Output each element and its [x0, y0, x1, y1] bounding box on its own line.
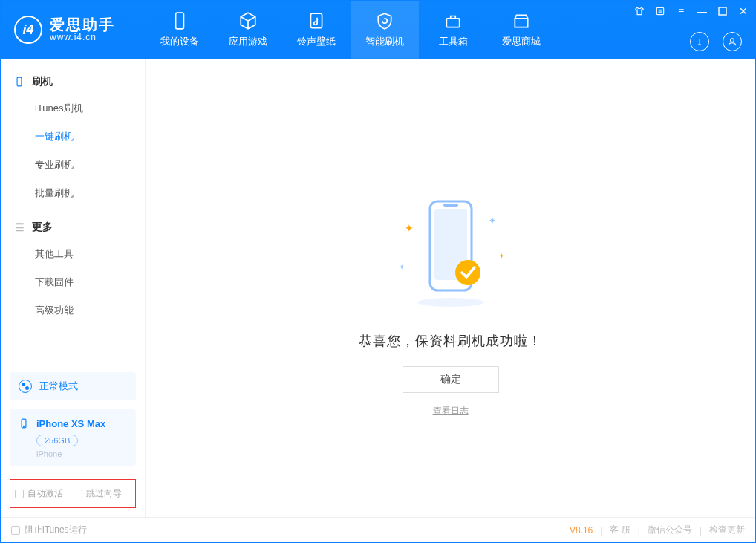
check-update-link[interactable]: 检查更新 — [709, 524, 745, 536]
nav-label: 应用游戏 — [229, 35, 267, 48]
view-log-link[interactable]: 查看日志 — [433, 405, 469, 417]
sidebar-group-more[interactable]: ☰ 更多 — [1, 215, 145, 240]
nav-flash[interactable]: 智能刷机 — [351, 1, 419, 59]
device-mode-status[interactable]: 正常模式 — [10, 372, 136, 400]
svg-rect-1 — [310, 13, 322, 28]
svg-point-13 — [455, 260, 480, 285]
checkbox-label: 阻止iTunes运行 — [25, 524, 87, 536]
svg-rect-2 — [446, 19, 459, 27]
svg-point-8 — [23, 426, 24, 427]
app-site: www.i4.cn — [50, 33, 115, 42]
svg-rect-12 — [443, 204, 458, 207]
list-icon[interactable] — [654, 5, 666, 17]
sidebar-group-title: 更多 — [32, 221, 53, 234]
success-message: 恭喜您，保资料刷机成功啦！ — [359, 332, 542, 350]
phone-icon — [14, 77, 25, 87]
list-icon: ☰ — [14, 222, 25, 233]
nav-label: 智能刷机 — [365, 35, 404, 48]
app-logo[interactable]: i4 爱思助手 www.i4.cn — [1, 1, 146, 59]
svg-point-5 — [731, 39, 734, 42]
support-link[interactable]: 客 服 — [610, 524, 630, 536]
cube-icon — [238, 11, 258, 30]
sidebar-group-title: 刷机 — [32, 75, 53, 88]
main-content: ✦ ✦ ✦ ✦ 恭喜您，保资料刷机成功啦！ 确定 查看日志 — [146, 59, 755, 517]
logo-icon: i4 — [14, 16, 42, 44]
svg-point-9 — [417, 298, 484, 307]
checkbox-auto-activate[interactable]: 自动激活 — [15, 487, 63, 500]
wechat-link[interactable]: 微信公众号 — [648, 524, 692, 536]
refresh-shield-icon — [375, 11, 394, 30]
nav-label: 爱思商城 — [502, 35, 541, 48]
window-controls: ≡ — ✕ — [633, 5, 749, 17]
device-name: iPhone XS Max — [36, 418, 105, 429]
sidebar-item-itunes-flash[interactable]: iTunes刷机 — [1, 94, 145, 123]
close-icon[interactable]: ✕ — [737, 5, 749, 17]
checkbox-skip-guide[interactable]: 跳过向导 — [74, 487, 122, 500]
top-nav: 我的设备 应用游戏 铃声壁纸 智能刷机 工具箱 爱思商城 — [146, 1, 555, 59]
nav-ringtones[interactable]: 铃声壁纸 — [282, 1, 351, 59]
highlighted-options: 自动激活 跳过向导 — [10, 479, 136, 508]
app-name: 爱思助手 — [50, 16, 115, 33]
mode-icon — [19, 380, 32, 393]
phone-icon — [19, 417, 29, 430]
nav-label: 铃声壁纸 — [297, 35, 336, 48]
nav-label: 工具箱 — [439, 35, 468, 48]
nav-apps[interactable]: 应用游戏 — [214, 1, 282, 59]
device-mode-label: 正常模式 — [39, 380, 78, 393]
ok-button[interactable]: 确定 — [403, 366, 499, 393]
footer: 阻止iTunes运行 V8.16 | 客 服 | 微信公众号 | 检查更新 — [1, 517, 755, 542]
device-storage: 256GB — [36, 435, 78, 446]
device-card[interactable]: iPhone XS Max 256GB iPhone — [10, 409, 136, 466]
device-icon — [170, 11, 189, 30]
sidebar-item-advanced[interactable]: 高级功能 — [1, 296, 145, 325]
svg-rect-6 — [17, 77, 22, 86]
nav-store[interactable]: 爱思商城 — [487, 1, 555, 59]
maximize-icon[interactable] — [717, 5, 729, 17]
nav-my-device[interactable]: 我的设备 — [146, 1, 214, 59]
checkbox-block-itunes[interactable]: 阻止iTunes运行 — [11, 524, 87, 536]
titlebar-right-icons: ↓ — [690, 32, 742, 51]
success-illustration: ✦ ✦ ✦ ✦ — [391, 192, 510, 311]
sidebar-item-other-tools[interactable]: 其他工具 — [1, 240, 145, 268]
sidebar-item-batch-flash[interactable]: 批量刷机 — [1, 179, 145, 207]
toolbox-icon — [443, 11, 463, 30]
tshirt-icon[interactable] — [633, 5, 645, 17]
device-type: iPhone — [36, 449, 127, 458]
sidebar-item-download-firmware[interactable]: 下载固件 — [1, 268, 145, 296]
music-file-icon — [307, 11, 326, 30]
nav-toolbox[interactable]: 工具箱 — [419, 1, 487, 59]
version-label: V8.16 — [570, 525, 593, 536]
store-icon — [512, 11, 531, 30]
user-icon[interactable] — [723, 32, 742, 51]
download-icon[interactable]: ↓ — [690, 32, 709, 51]
checkbox-label: 自动激活 — [27, 487, 63, 500]
titlebar: i4 爱思助手 www.i4.cn 我的设备 应用游戏 铃声壁纸 智能刷机 工具… — [1, 1, 755, 59]
sidebar: 刷机 iTunes刷机 一键刷机 专业刷机 批量刷机 ☰ 更多 其他工具 下载固… — [1, 59, 146, 517]
sidebar-item-pro-flash[interactable]: 专业刷机 — [1, 151, 145, 179]
sidebar-group-flash[interactable]: 刷机 — [1, 69, 145, 94]
checkbox-label: 跳过向导 — [86, 487, 122, 500]
svg-rect-0 — [176, 13, 184, 29]
minimize-icon[interactable]: — — [696, 5, 708, 17]
svg-rect-4 — [719, 7, 726, 15]
menu-icon[interactable]: ≡ — [675, 5, 687, 17]
sidebar-item-oneclick-flash[interactable]: 一键刷机 — [1, 123, 145, 151]
nav-label: 我的设备 — [160, 35, 199, 48]
